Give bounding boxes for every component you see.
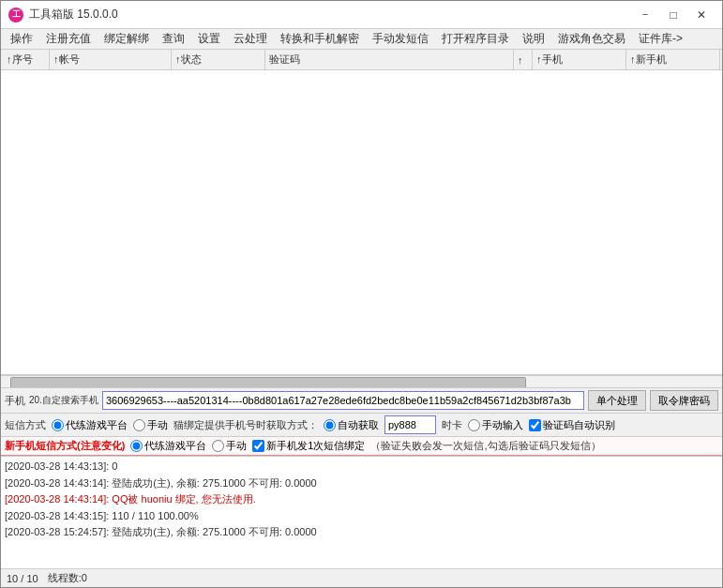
bottom-row1: 手机 20.自定搜索手机 单个处理 取令牌密码 [1, 388, 722, 414]
col-seq-label: ↑序号 [7, 53, 33, 67]
bottom-row2b: 新手机短信方式(注意变化) 代练游戏平台 手动 新手机发1次短信绑定 （验证失败… [1, 437, 722, 456]
log-area: [2020-03-28 14:43:13]: 0 [2020-03-28 14:… [1, 456, 722, 568]
menu-cloud[interactable]: 云处理 [228, 29, 273, 49]
radio-auto-input[interactable] [324, 419, 336, 431]
radio-new-platform-text: 代练游戏平台 [144, 439, 206, 453]
checkbox-send-once-label[interactable]: 新手机发1次短信绑定 [252, 439, 365, 453]
label-getway: 猫绑定提供手机号时获取方式： [173, 418, 318, 432]
radio-new-manual-text: 手动 [226, 439, 247, 453]
menu-operate[interactable]: 操作 [5, 29, 38, 49]
main-content: ↑序号 ↑帐号 ↑状态 验证码 ↑ ↑手机 ↑新手机 [1, 50, 722, 587]
radio-manual2-label[interactable]: 手动输入 [468, 418, 523, 432]
status-bar: 10 / 10 线程数:0 [1, 568, 722, 587]
col-arrow[interactable]: ↑ [514, 50, 533, 69]
radio-auto-label[interactable]: 自动获取 [324, 418, 379, 432]
radio-auto-text: 自动获取 [338, 418, 379, 432]
bottom-row2: 短信方式 代练游戏平台 手动 猫绑定提供手机号时获取方式： 自动获取 时卡 [1, 414, 722, 437]
menu-convert[interactable]: 转换和手机解密 [275, 29, 365, 49]
radio-platform-text: 代练游戏平台 [66, 418, 128, 432]
radio-new-manual-input[interactable] [212, 440, 224, 452]
col-verify[interactable]: 验证码 [265, 50, 514, 69]
minimize-button[interactable]: － [632, 6, 658, 24]
radio-new-platform-input[interactable] [130, 440, 143, 452]
col-newphone[interactable]: ↑新手机 [626, 50, 720, 69]
checkbox-send-once-input[interactable] [252, 440, 264, 452]
menu-cert[interactable]: 证件库-> [633, 29, 688, 49]
maximize-button[interactable]: □ [660, 6, 686, 24]
col-phone[interactable]: ↑手机 [533, 50, 626, 69]
main-window: 工 工具箱版 15.0.0.0 － □ ✕ 操作 注册充值 绑定解绑 查询 设置… [0, 0, 723, 588]
table-body [1, 70, 722, 375]
menu-query[interactable]: 查询 [157, 29, 190, 49]
checkbox-note-text: （验证失败会发一次短信,勾选后验证码只发短信） [370, 439, 600, 453]
checkbox-auto-recognize-text: 验证码自动识别 [543, 418, 615, 432]
table-header: ↑序号 ↑帐号 ↑状态 验证码 ↑ ↑手机 ↑新手机 [1, 50, 722, 70]
py-input[interactable] [384, 415, 436, 434]
checkbox-auto-recognize-input[interactable] [529, 419, 541, 431]
menu-bar: 操作 注册充值 绑定解绑 查询 设置 云处理 转换和手机解密 手动发短信 打开程… [1, 29, 722, 50]
radio-new-platform-label[interactable]: 代练游戏平台 [130, 439, 206, 453]
menu-open-dir[interactable]: 打开程序目录 [436, 29, 515, 49]
title-bar-left: 工 工具箱版 15.0.0.0 [8, 7, 118, 23]
menu-game[interactable]: 游戏角色交易 [552, 29, 631, 49]
phone-input[interactable] [102, 391, 584, 410]
radio-manual-input[interactable] [133, 419, 145, 431]
col-seq[interactable]: ↑序号 [3, 50, 50, 69]
label-extra: 20.自定搜索手机 [29, 394, 98, 407]
scrollbar-thumb[interactable] [10, 377, 526, 388]
close-button[interactable]: ✕ [688, 6, 715, 24]
log-entry-4: [2020-03-28 15:24:57]: 登陆成功(主), 余额: 275.… [5, 524, 718, 541]
col-status[interactable]: ↑状态 [172, 50, 265, 69]
radio-new-manual-label[interactable]: 手动 [212, 439, 247, 453]
log-entry-2: [2020-03-28 14:43:14]: QQ被 huoniu 绑定, 您无… [5, 491, 718, 508]
single-process-button[interactable]: 单个处理 [588, 390, 646, 411]
log-entry-0: [2020-03-28 14:43:13]: 0 [5, 459, 718, 475]
radio-manual2-text: 手动输入 [482, 418, 523, 432]
title-bar: 工 工具箱版 15.0.0.0 － □ ✕ [1, 1, 722, 29]
status-count: 10 / 10 [7, 573, 38, 584]
radio-platform-label[interactable]: 代练游戏平台 [52, 418, 128, 432]
log-entry-1: [2020-03-28 14:43:14]: 登陆成功(主), 余额: 275.… [5, 475, 718, 492]
radio-platform-input[interactable] [52, 419, 64, 431]
window-title: 工具箱版 15.0.0.0 [29, 7, 118, 23]
col-verify-label: 验证码 [269, 53, 300, 67]
menu-settings[interactable]: 设置 [192, 29, 226, 49]
menu-help[interactable]: 说明 [517, 29, 550, 49]
bottom-panel: 手机 20.自定搜索手机 单个处理 取令牌密码 短信方式 代练游戏平台 手动 猫… [1, 388, 722, 568]
get-token-button[interactable]: 取令牌密码 [650, 390, 718, 411]
radio-manual-label[interactable]: 手动 [133, 418, 168, 432]
log-entry-3: [2020-03-28 14:43:15]: 110 / 110 100.00% [5, 508, 718, 525]
horizontal-scrollbar[interactable] [1, 375, 722, 388]
menu-bind[interactable]: 绑定解绑 [98, 29, 155, 49]
checkbox-send-once-text: 新手机发1次短信绑定 [266, 439, 365, 453]
menu-register[interactable]: 注册充值 [40, 29, 97, 49]
col-account-label: ↑帐号 [53, 53, 80, 67]
table-area [1, 70, 722, 258]
status-threads: 线程数:0 [48, 571, 87, 585]
app-icon: 工 [8, 8, 23, 23]
radio-manual2-input[interactable] [468, 419, 480, 431]
col-status-label: ↑状态 [175, 53, 202, 67]
checkbox-auto-recognize-label[interactable]: 验证码自动识别 [529, 418, 615, 432]
col-newphone-label: ↑新手机 [630, 53, 667, 67]
label-phone: 手机 [5, 394, 25, 408]
radio-manual-text: 手动 [147, 418, 168, 432]
col-arrow-label: ↑ [518, 54, 523, 66]
col-phone-label: ↑手机 [536, 53, 563, 67]
window-controls: － □ ✕ [632, 6, 715, 24]
menu-sms[interactable]: 手动发短信 [367, 29, 434, 49]
label-card: 时卡 [442, 418, 462, 432]
col-account[interactable]: ↑帐号 [50, 50, 172, 69]
new-phone-label: 新手机短信方式(注意变化) [5, 439, 125, 453]
label-sms-method: 短信方式 [5, 418, 46, 432]
